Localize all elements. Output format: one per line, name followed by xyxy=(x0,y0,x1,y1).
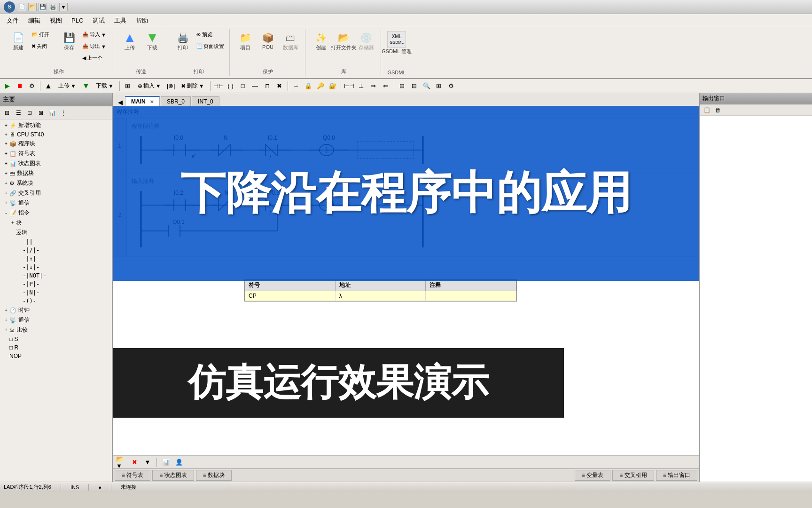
right-tab-output[interactable]: ≡ 输出窗口 xyxy=(656,470,697,481)
menu-edit[interactable]: 编辑 xyxy=(23,16,45,26)
export-button[interactable]: 📤 导出▼ xyxy=(81,41,110,52)
sidebar-item-symbol[interactable]: + 📋 符号表 xyxy=(1,149,111,159)
open-button[interactable]: 📂 打开 xyxy=(30,29,57,40)
tab-sbr0[interactable]: SBR_0 xyxy=(161,96,191,106)
new-doc-icon[interactable]: 📄 xyxy=(18,3,26,11)
save-icon[interactable]: 💾 xyxy=(39,3,47,11)
bottom-tb-close[interactable]: ✖ xyxy=(129,457,140,468)
print-icon[interactable]: 🖨️ xyxy=(49,3,57,11)
create-button[interactable]: ✨ 创建 xyxy=(310,29,332,53)
storage-button[interactable]: 💿 存储器 xyxy=(355,29,377,53)
bottom-tab-status[interactable]: ≡ 状态图表 xyxy=(152,470,194,481)
sidebar-item-comm[interactable]: + 📡 通信 xyxy=(1,198,111,208)
tab-close-main[interactable]: ✕ xyxy=(150,99,154,104)
grid-icon[interactable]: ⊞ xyxy=(433,80,445,92)
menu-debug[interactable]: 调试 xyxy=(88,16,109,26)
new-button[interactable]: 📄 新建 xyxy=(8,29,29,53)
sidebar-grid-icon[interactable]: ⊞ xyxy=(2,108,12,118)
sidebar-item-system[interactable]: + ⚙ 系统块 xyxy=(1,178,111,188)
cross-icon[interactable]: ✖ xyxy=(274,80,285,92)
menu-file[interactable]: 文件 xyxy=(2,16,23,26)
sidebar-item-xref[interactable]: + 🔗 交叉引用 xyxy=(1,188,111,198)
dropdown-icon[interactable]: ▼ xyxy=(59,3,68,11)
sidebar-item-p[interactable]: -|P|- xyxy=(1,280,111,288)
gsdml-button[interactable]: XMLGSDML GSDML 管理 xyxy=(386,29,407,57)
sidebar-item-program[interactable]: + 📦 程序块 xyxy=(1,139,111,149)
sidebar-item-status[interactable]: + 📊 状态图表 xyxy=(1,159,111,168)
openfolder-button[interactable]: 📂 打开文件夹 xyxy=(333,29,354,53)
contacts-icon[interactable]: ⊣⊢ xyxy=(213,80,224,92)
branch-icon[interactable]: ⊓ xyxy=(262,80,273,92)
table-icon[interactable]: ⊞ xyxy=(397,80,408,92)
open-icon[interactable]: 📂 xyxy=(28,3,37,11)
download-text-button[interactable]: 下载 ▼ xyxy=(93,80,117,92)
print-button[interactable]: 🖨️ 打印 xyxy=(172,29,194,53)
box-icon[interactable]: □ xyxy=(237,80,249,92)
sidebar-item-pos-transition[interactable]: -|↑|- xyxy=(1,254,111,263)
key-icon[interactable]: 🔐 xyxy=(327,80,338,92)
move-l-icon[interactable]: ⇐ xyxy=(380,80,391,92)
bottom-tb-chart[interactable]: 📊 xyxy=(160,457,172,468)
sidebar-item-r[interactable]: □ R xyxy=(1,343,111,352)
insert-text-button[interactable]: ⊕ 插入 ▼ xyxy=(134,80,164,92)
sidebar-item-no-contact[interactable]: -||- xyxy=(1,238,111,246)
sidebar-dots-icon[interactable]: ⋮ xyxy=(58,108,69,118)
sidebar-item-instruction[interactable]: - 📝 指令 xyxy=(1,208,111,218)
move-r-icon[interactable]: ⇒ xyxy=(368,80,379,92)
db-button[interactable]: 🗃 数据库 xyxy=(280,29,301,53)
bottom-tb-person[interactable]: 👤 xyxy=(173,457,185,468)
sidebar-chart-icon[interactable]: 📊 xyxy=(47,108,57,118)
sidebar-item-data[interactable]: + 🗃 数据块 xyxy=(1,168,111,178)
download-button[interactable]: ▼ 下载 xyxy=(141,29,163,53)
sidebar-item-neg-transition[interactable]: -|↓|- xyxy=(1,263,111,271)
title-bar-icons[interactable]: 📄 📂 💾 🖨️ ▼ xyxy=(18,3,68,11)
import-button[interactable]: 📥 导入▼ xyxy=(81,29,110,40)
delete-text-button[interactable]: ✖ 删除 ▼ xyxy=(178,80,208,92)
right-tab-var[interactable]: ≡ 变量表 xyxy=(575,470,610,481)
sidebar-item-compare[interactable]: + ⚖ 比较 xyxy=(1,325,111,335)
bottom-tb-folder[interactable]: 📂▼ xyxy=(116,457,127,468)
sidebar-item-n[interactable]: -|N|- xyxy=(1,288,111,297)
upload-dropdown[interactable]: ▼ xyxy=(70,83,76,89)
run-button[interactable]: ▶ xyxy=(2,80,13,92)
connect-v-icon[interactable]: ⊥ xyxy=(356,80,367,92)
settings2-icon[interactable]: ⚙ xyxy=(445,80,457,92)
project-button[interactable]: 📁 项目 xyxy=(234,29,256,53)
download-dropdown[interactable]: ▼ xyxy=(108,83,114,89)
prev-button[interactable]: ◀ 上一个 xyxy=(81,53,110,64)
step-button[interactable]: ⚙ xyxy=(26,80,38,92)
bottom-tab-data[interactable]: ≡ 数据块 xyxy=(196,470,232,481)
tab-main[interactable]: MAIN ✕ xyxy=(125,96,160,106)
tab-prev-button[interactable]: ◀ xyxy=(116,99,125,106)
sidebar-item-coil[interactable]: -()- xyxy=(1,297,111,305)
sidebar-item-not[interactable]: -|NOT|- xyxy=(1,271,111,280)
right-panel-clear-icon[interactable]: 🗑 xyxy=(713,105,723,115)
wire-icon[interactable]: — xyxy=(250,80,261,92)
sidebar-item-cpu[interactable]: + 🖥 CPU ST40 xyxy=(1,130,111,139)
preview-button[interactable]: 👁 预览 xyxy=(195,29,226,40)
lock-icon[interactable]: 🔒 xyxy=(303,80,314,92)
menu-tools[interactable]: 工具 xyxy=(109,16,131,26)
menu-plc[interactable]: PLC xyxy=(67,16,88,25)
sidebar-item-logic[interactable]: - 逻辑 xyxy=(1,228,111,238)
sidebar-item-newfeature[interactable]: + ⚡ 新增功能 xyxy=(1,120,111,130)
tab-int0[interactable]: INT_0 xyxy=(192,96,219,106)
ladder-icon[interactable]: ⊟ xyxy=(409,80,420,92)
sidebar-item-comm2[interactable]: + 📡 通信 xyxy=(1,315,111,325)
pou-button[interactable]: 📦 POU xyxy=(257,29,279,52)
stop-button[interactable]: ⏹ xyxy=(14,80,25,92)
lock2-icon[interactable]: 🔑 xyxy=(315,80,326,92)
menu-help[interactable]: 帮助 xyxy=(131,16,153,26)
coil-icon[interactable]: ( ) xyxy=(225,80,236,92)
right-panel-copy-icon[interactable]: 📋 xyxy=(702,105,712,115)
menu-view[interactable]: 视图 xyxy=(45,16,67,26)
upload-button[interactable]: ▲ 上传 xyxy=(119,29,141,53)
upload-text-button[interactable]: 上传 ▼ xyxy=(55,80,79,92)
sidebar-item-block[interactable]: + 块 xyxy=(1,218,111,228)
save-button[interactable]: 💾 保存 xyxy=(58,29,80,53)
zoom-icon[interactable]: 🔍 xyxy=(421,80,432,92)
bottom-tb-dropdown[interactable]: ▼ xyxy=(142,457,153,468)
sidebar-list-icon[interactable]: ☰ xyxy=(13,108,23,118)
sidebar-item-s[interactable]: □ S xyxy=(1,335,111,343)
sidebar-item-timer[interactable]: + 🕐 时钟 xyxy=(1,305,111,315)
